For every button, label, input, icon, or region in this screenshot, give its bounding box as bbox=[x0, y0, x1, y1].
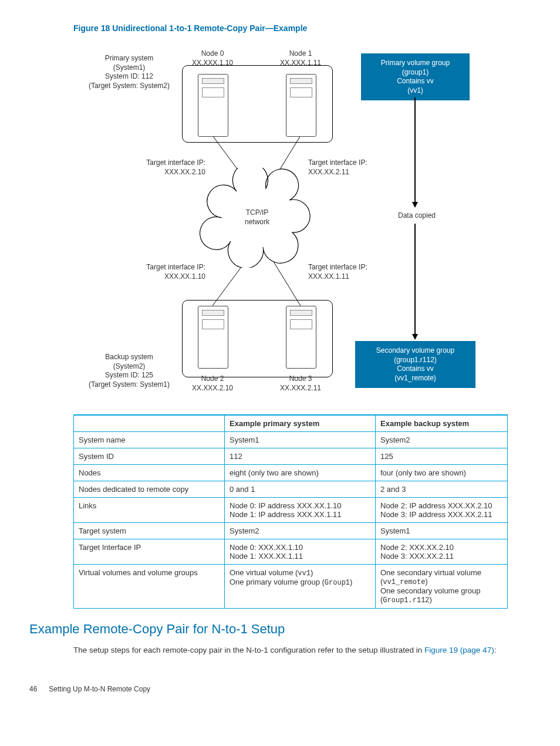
table-header-row: Example primary system Example backup sy… bbox=[74, 415, 508, 432]
figure-link[interactable]: Figure 19 (page 47) bbox=[424, 646, 494, 654]
primary-system-label: Primary system (System1) System ID: 112 … bbox=[82, 54, 176, 90]
arrow-line-1 bbox=[414, 97, 416, 203]
table-cell-primary: Node 0: IP address XXX.XX.1.10Node 1: IP… bbox=[225, 498, 376, 523]
target-ip-bot-left: Target interface IP:XXX.XX.1.10 bbox=[129, 263, 205, 281]
table-row: Nodeseight (only two are shown)four (onl… bbox=[74, 465, 508, 481]
server-node1 bbox=[286, 74, 316, 137]
table-cell-backup: 125 bbox=[376, 448, 508, 465]
table-cell-primary: eight (only two are shown) bbox=[225, 465, 376, 481]
example-systems-table: Example primary system Example backup sy… bbox=[73, 414, 508, 609]
table-row: System nameSystem1System2 bbox=[74, 432, 508, 448]
table-cell-primary: 0 and 1 bbox=[225, 481, 376, 498]
figure-caption: Figure 18 Unidirectional 1-to-1 Remote-C… bbox=[73, 23, 531, 33]
network-diagram: Primary system (System1) System ID: 112 … bbox=[73, 39, 531, 403]
page-number: 46 bbox=[29, 685, 47, 693]
table-cell-label: Target system bbox=[74, 523, 225, 539]
target-ip-top-left: Target interface IP:XXX.XX.2.10 bbox=[129, 158, 205, 177]
server-node3 bbox=[286, 306, 316, 369]
table-cell-primary: One virtual volume (vv1)One primary volu… bbox=[225, 565, 376, 609]
table-row: LinksNode 0: IP address XXX.XX.1.10Node … bbox=[74, 498, 508, 523]
table-cell-primary: System1 bbox=[225, 432, 376, 448]
table-cell-label: Nodes bbox=[74, 465, 225, 481]
table-cell-backup: 2 and 3 bbox=[376, 481, 508, 498]
table-cell-backup: System1 bbox=[376, 523, 508, 539]
table-cell-backup: One secondary virtual volume (vv1_remote… bbox=[376, 565, 508, 609]
server-node2 bbox=[198, 306, 228, 369]
table-cell-primary: 112 bbox=[225, 448, 376, 465]
node2-label: Node 2XX.XXX.2.10 bbox=[186, 374, 239, 393]
primary-volume-group: Primary volume group (group1) Contains v… bbox=[361, 53, 470, 100]
table-row: Nodes dedicated to remote copy0 and 12 a… bbox=[74, 481, 508, 498]
table-cell-backup: System2 bbox=[376, 432, 508, 448]
table-header-primary: Example primary system bbox=[225, 415, 376, 432]
table-header-backup: Example backup system bbox=[376, 415, 508, 432]
node0-label: Node 0XX.XXX.1.10 bbox=[186, 49, 239, 67]
secondary-volume-group: Secondary volume group (group1.r112) Con… bbox=[355, 341, 475, 388]
table-cell-primary: System2 bbox=[225, 523, 376, 539]
table-cell-label: Virtual volumes and volume groups bbox=[74, 565, 225, 609]
arrowhead-1 bbox=[412, 202, 418, 208]
table-row: Target Interface IPNode 0: XXX.XX.1.10No… bbox=[74, 539, 508, 565]
arrowhead-2 bbox=[412, 334, 418, 340]
table-cell-primary: Node 0: XXX.XX.1.10Node 1: XXX.XX.1.11 bbox=[225, 539, 376, 565]
table-cell-label: System ID bbox=[74, 448, 225, 465]
body-paragraph: The setup steps for each remote-copy pai… bbox=[73, 645, 531, 656]
table-cell-label: Links bbox=[74, 498, 225, 523]
target-ip-top-right: Target interface IP:XXX.XX.2.11 bbox=[308, 158, 384, 177]
table-cell-label: Nodes dedicated to remote copy bbox=[74, 481, 225, 498]
table-cell-label: Target Interface IP bbox=[74, 539, 225, 565]
cloud-label: TCP/IP network bbox=[245, 208, 269, 227]
table-header-blank bbox=[74, 415, 225, 432]
section-heading: Example Remote-Copy Pair for N-to-1 Setu… bbox=[29, 622, 531, 637]
network-cloud: TCP/IP network bbox=[198, 168, 316, 268]
page-footer: 46 Setting Up M-to-N Remote Copy bbox=[29, 685, 531, 693]
arrow-line-2 bbox=[414, 224, 416, 335]
footer-title: Setting Up M-to-N Remote Copy bbox=[49, 685, 150, 693]
backup-system-label: Backup system (System2) System ID: 125 (… bbox=[82, 353, 176, 389]
node1-label: Node 1XX.XXX.1.11 bbox=[274, 49, 327, 67]
table-cell-backup: Node 2: XXX.XX.2.10Node 3: XXX.XX.2.11 bbox=[376, 539, 508, 565]
table-cell-backup: Node 2: IP address XXX.XX.2.10Node 3: IP… bbox=[376, 498, 508, 523]
table-row: Target systemSystem2System1 bbox=[74, 523, 508, 539]
node3-label: Node 3XX.XXX.2.11 bbox=[274, 374, 327, 393]
table-cell-label: System name bbox=[74, 432, 225, 448]
table-row: System ID112125 bbox=[74, 448, 508, 465]
data-copied-label: Data copied bbox=[384, 211, 449, 221]
table-row: Virtual volumes and volume groupsOne vir… bbox=[74, 565, 508, 609]
server-node0 bbox=[198, 74, 228, 137]
table-cell-backup: four (only two are shown) bbox=[376, 465, 508, 481]
target-ip-bot-right: Target interface IP:XXX.XX.1.11 bbox=[308, 263, 384, 281]
